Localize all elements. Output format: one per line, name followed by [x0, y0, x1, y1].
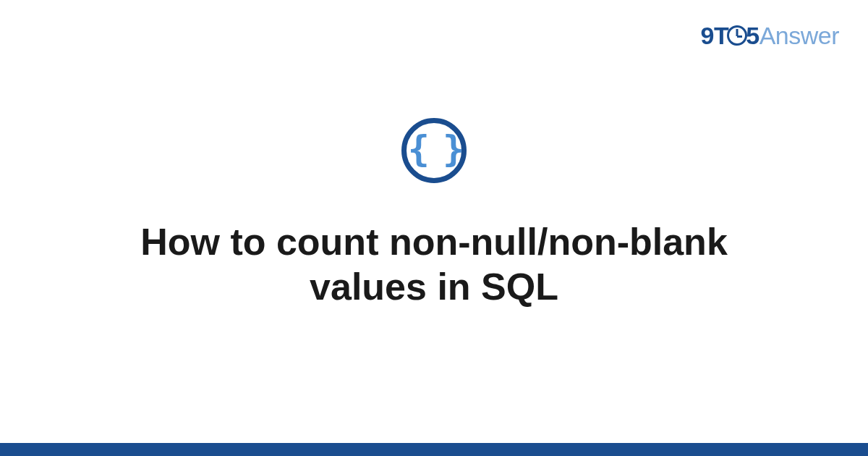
topic-icon-circle: { } [401, 118, 467, 183]
page-title: How to count non-null/non-blank values i… [87, 219, 781, 310]
code-braces-icon: { } [408, 131, 460, 167]
main-content: { } How to count non-null/non-blank valu… [0, 0, 868, 456]
footer-accent-bar [0, 443, 868, 456]
